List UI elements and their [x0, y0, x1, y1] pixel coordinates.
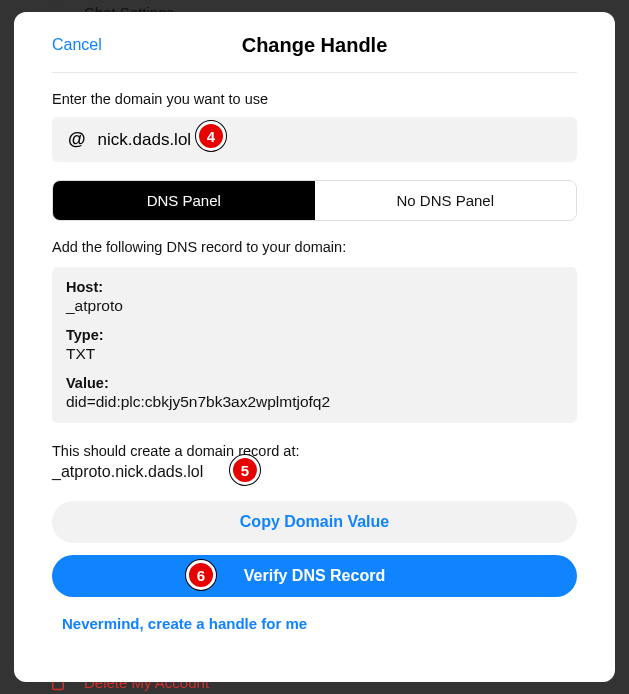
record-type-label: Type: [66, 327, 563, 343]
record-type-value: TXT [66, 345, 563, 363]
modal-title: Change Handle [242, 34, 388, 57]
record-host-label: Host: [66, 279, 563, 295]
domain-input-container[interactable]: @ 4 [52, 117, 577, 162]
record-value-value: did=did:plc:cbkjy5n7bk3ax2wplmtjofq2 [66, 393, 563, 411]
dns-instruction-text: Add the following DNS record to your dom… [52, 239, 577, 255]
dns-record-box: Host: _atproto Type: TXT Value: did=did:… [52, 267, 577, 423]
tab-dns-panel[interactable]: DNS Panel [53, 181, 315, 220]
annotation-5: 5 [230, 455, 260, 485]
record-host-value: _atproto [66, 297, 563, 315]
domain-section-label: Enter the domain you want to use [52, 91, 577, 107]
cancel-button[interactable]: Cancel [52, 36, 102, 54]
domain-input[interactable] [98, 130, 561, 150]
result-domain-text: _atproto.nick.dads.lol [52, 463, 203, 480]
record-value-label: Value: [66, 375, 563, 391]
copy-domain-button[interactable]: Copy Domain Value [52, 501, 577, 543]
record-host-field: Host: _atproto [66, 279, 563, 315]
record-value-field: Value: did=did:plc:cbkjy5n7bk3ax2wplmtjo… [66, 375, 563, 411]
nevermind-link[interactable]: Nevermind, create a handle for me [52, 609, 317, 638]
result-label: This should create a domain record at: [52, 443, 577, 459]
change-handle-modal: Cancel Change Handle Enter the domain yo… [14, 12, 615, 682]
record-type-field: Type: TXT [66, 327, 563, 363]
modal-header: Cancel Change Handle [52, 36, 577, 73]
annotation-4: 4 [196, 121, 226, 151]
annotation-6: 6 [186, 560, 216, 590]
dns-tab-group: DNS Panel No DNS Panel [52, 180, 577, 221]
result-domain-container: _atproto.nick.dads.lol 5 [52, 463, 577, 481]
verify-dns-button[interactable]: Verify DNS Record [52, 555, 577, 597]
at-icon: @ [68, 129, 86, 150]
tab-no-dns-panel[interactable]: No DNS Panel [315, 181, 577, 220]
